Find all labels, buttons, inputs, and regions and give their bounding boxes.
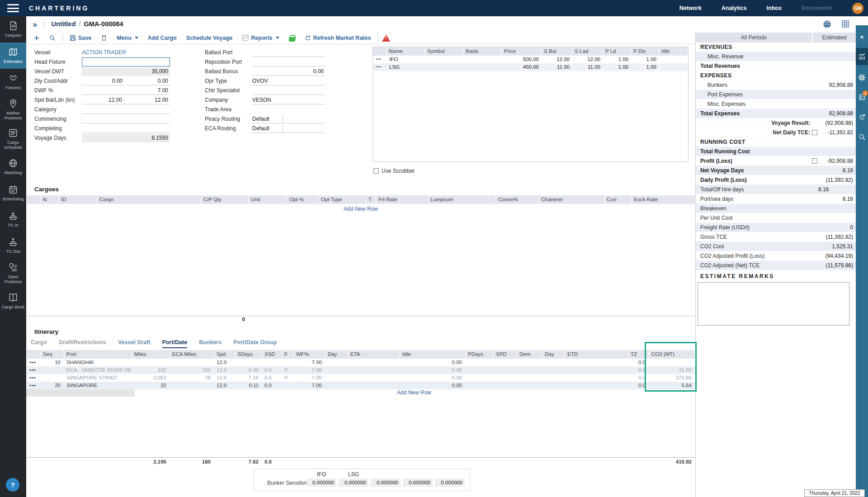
reports-dropdown[interactable]: Reports (239, 35, 282, 41)
cell-wf[interactable]: 7.00 (294, 359, 326, 366)
cell-name[interactable]: IFO (387, 56, 425, 63)
cell-f[interactable]: P (282, 374, 294, 382)
cell-spd[interactable]: 12.0 (214, 382, 235, 389)
tab-port-date-group[interactable]: Port/Date Group (233, 339, 277, 348)
cell-symbol[interactable] (425, 63, 463, 71)
cell-pdays[interactable] (466, 382, 494, 389)
save-button[interactable]: Save (67, 35, 94, 41)
row-menu-icon[interactable]: ••• (27, 359, 41, 366)
itinerary-row[interactable]: ••• SINGAPORE STRAIT 2,061 78 12.0 7.16 … (27, 374, 695, 382)
cell-wf[interactable]: 7.00 (294, 366, 326, 374)
eca-routing-field-2[interactable] (283, 124, 326, 133)
cell-port[interactable]: SHANGHAI (64, 359, 132, 366)
cell-sdays[interactable]: 0.11 (235, 382, 262, 389)
edit-button[interactable] (856, 109, 868, 125)
nav-inbox[interactable]: Inbox (767, 5, 782, 11)
nav-network[interactable]: Network (679, 5, 702, 11)
delete-button[interactable] (98, 34, 110, 41)
cell-idle[interactable]: 0.00 (400, 374, 466, 382)
piracy-routing-field-2[interactable] (283, 115, 326, 123)
sidebar-item-estimates[interactable]: Estimates (0, 43, 26, 69)
row-menu-icon[interactable]: ••• (373, 56, 387, 63)
tasks-button[interactable]: 1 (856, 90, 868, 105)
cell-eca-miles[interactable] (170, 359, 214, 366)
vessel-field[interactable]: ACTION TRADER (82, 49, 170, 56)
cell-idle[interactable]: 0.00 (400, 382, 466, 389)
cell-co2[interactable]: 31.62 (649, 366, 695, 374)
expand-panel-icon[interactable]: » (33, 20, 38, 28)
cell-idle[interactable]: 0.00 (400, 359, 466, 366)
sensitivity-field-5[interactable]: 0.000000 (435, 478, 465, 487)
cell-day[interactable] (326, 374, 348, 382)
cell-seq[interactable]: 20 (41, 382, 64, 389)
cell-eca-miles[interactable] (170, 382, 214, 389)
cell-s-bal[interactable]: 11.00 (542, 63, 572, 71)
dwf-field[interactable]: 7.00 (82, 86, 170, 95)
sidebar-item-scheduling[interactable]: Scheduling (0, 180, 26, 206)
net-daily-tce-checkbox[interactable] (812, 130, 817, 135)
add-button[interactable] (31, 35, 42, 41)
cell-xsd[interactable]: 0.5 (262, 374, 282, 382)
cell-eta[interactable] (348, 359, 400, 366)
cell-etd[interactable] (565, 382, 628, 389)
cell-day[interactable] (326, 382, 348, 389)
cell-eta[interactable] (348, 374, 400, 382)
category-field[interactable] (82, 105, 170, 114)
cell-sdays[interactable] (235, 359, 262, 366)
addr-field[interactable]: 0.00 (127, 77, 170, 85)
nav-documents[interactable]: Documents (802, 5, 832, 11)
sensitivity-field-1[interactable]: 0.000000 (307, 478, 336, 487)
cell-tz[interactable]: 0.0 (628, 382, 649, 389)
cell-day[interactable] (326, 366, 348, 374)
itinerary-add-new-row-link[interactable]: Add New Row (397, 389, 431, 396)
sidebar-item-matching[interactable]: Matching (0, 154, 26, 180)
cell-dem[interactable] (517, 359, 542, 366)
ballast-bonus-field[interactable]: 0.00 (252, 67, 326, 76)
search-panel-button[interactable] (856, 129, 868, 145)
cell-etd[interactable] (565, 359, 628, 366)
sidebar-item-cargo-book[interactable]: Cargo Book (0, 288, 26, 314)
cell-p-ld[interactable]: 1.00 (603, 63, 631, 71)
cell-miles[interactable]: 32 (132, 382, 170, 389)
cell-co2[interactable] (649, 359, 695, 366)
nav-analytics[interactable]: Analytics (722, 5, 747, 11)
cell-price[interactable]: 500.00 (502, 56, 542, 63)
dly-cost-field[interactable]: 0.00 (82, 77, 124, 85)
opr-type-field[interactable]: OVOV (252, 77, 326, 85)
globe-icon[interactable] (823, 20, 831, 28)
row-menu-icon[interactable]: ••• (373, 63, 387, 71)
cell-p-ld[interactable]: 1.00 (603, 56, 631, 63)
cell-dem[interactable] (517, 382, 542, 389)
cell-tz[interactable]: 0.0 (628, 359, 649, 366)
bunker-row[interactable]: ••• IFO 500.00 12.00 12.00 1.00 1.00 (373, 56, 688, 63)
company-field[interactable]: VESON (252, 96, 326, 104)
cell-pdays[interactable] (466, 359, 494, 366)
itinerary-row[interactable]: ••• 10 SHANGHAI 12.0 7.00 0.00 0.0 (27, 359, 695, 366)
menu-dropdown[interactable]: Menu (114, 35, 141, 41)
cell-eca-miles[interactable]: 102 (170, 366, 214, 374)
row-menu-icon[interactable]: ••• (27, 382, 41, 389)
tab-bunkers[interactable]: Bunkers (199, 339, 222, 348)
cell-miles[interactable] (132, 359, 170, 366)
sidebar-item-fixtures[interactable]: Fixtures (0, 69, 26, 95)
cell-pdays[interactable] (466, 366, 494, 374)
sensitivity-field-4[interactable]: 0.000000 (403, 478, 433, 487)
cell-miles[interactable]: 2,061 (132, 374, 170, 382)
row-menu-icon[interactable]: ••• (27, 366, 41, 374)
cell-basis[interactable] (463, 56, 502, 63)
cell-port[interactable]: SINGAPORE (64, 382, 132, 389)
sidebar-item-cargoes[interactable]: Cargoes (0, 16, 26, 43)
cell-day2[interactable] (542, 374, 565, 382)
cell-day[interactable] (326, 359, 348, 366)
cell-etd[interactable] (565, 374, 628, 382)
itinerary-row[interactable]: ••• 20 SINGAPORE 32 12.0 0.11 0.0 7.00 0… (27, 382, 695, 389)
cell-seq[interactable] (41, 366, 64, 374)
cell-port[interactable]: ECA - YANGTZE RIVER DELT (64, 366, 132, 374)
itinerary-row[interactable]: ••• ECA - YANGTZE RIVER DELT 102 102 12.… (27, 366, 695, 374)
reposition-port-field[interactable] (252, 58, 326, 66)
cell-sdays[interactable]: 7.16 (235, 374, 262, 382)
cell-dem[interactable] (517, 374, 542, 382)
cell-s-lad[interactable]: 11.00 (572, 63, 603, 71)
cell-xsd[interactable]: 0.0 (262, 366, 282, 374)
cell-co2[interactable]: 373.66 (649, 374, 695, 382)
